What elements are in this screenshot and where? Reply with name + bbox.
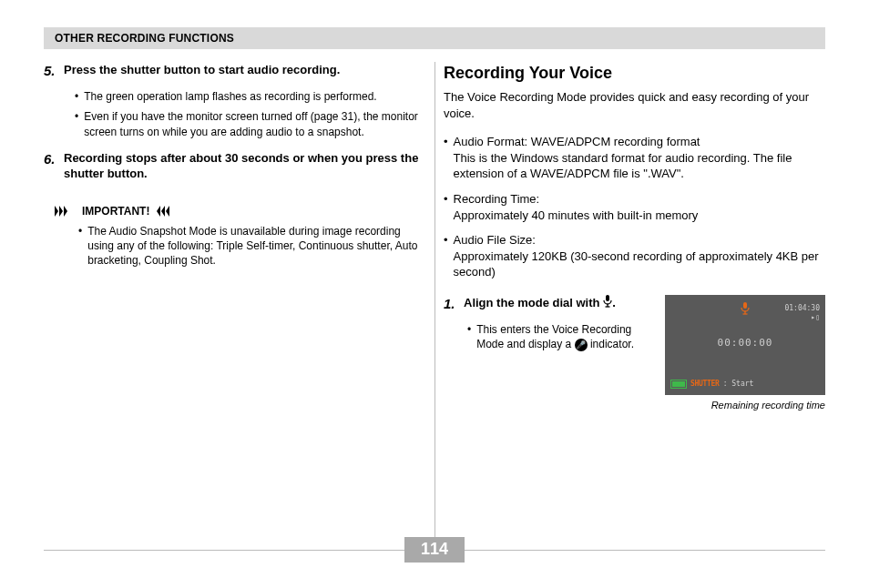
section-header: OTHER RECORDING FUNCTIONS bbox=[44, 27, 825, 49]
right-column: Recording Your Voice The Voice Recording… bbox=[444, 62, 825, 412]
list-item: The Audio Snapshot Mode is unavailable d… bbox=[78, 224, 425, 269]
elapsed-time-readout: 00:00:00 bbox=[718, 337, 773, 350]
arrows-right-icon bbox=[55, 206, 75, 217]
shutter-label: SHUTTER bbox=[690, 380, 720, 390]
svg-rect-3 bbox=[743, 302, 747, 309]
step-number: 5. bbox=[44, 62, 64, 80]
arrows-left-icon bbox=[157, 206, 177, 217]
list-item: Audio Format: WAVE/ADPCM recording forma… bbox=[444, 134, 825, 182]
battery-icon bbox=[670, 380, 687, 389]
camera-screen-preview: 01:04:30 ▸▯ 00:00:00 SHUTTER : Start bbox=[665, 295, 825, 395]
step-text: Press the shutter button to start audio … bbox=[64, 62, 340, 80]
bullet-text: This enters the Voice Recording Mode and… bbox=[476, 322, 654, 351]
list-item: The green operation lamp flashes as reco… bbox=[75, 89, 425, 104]
step-6: 6. Recording stops after about 30 second… bbox=[44, 150, 425, 182]
list-item: Audio File Size: Approximately 120KB (30… bbox=[444, 232, 825, 280]
card-icon: ▸▯ bbox=[784, 313, 820, 322]
left-column: 5. Press the shutter button to start aud… bbox=[44, 62, 425, 412]
spec-text: Recording Time: Approximately 40 minutes… bbox=[454, 191, 699, 223]
screen-preview-wrap: 01:04:30 ▸▯ 00:00:00 SHUTTER : Start Rem… bbox=[665, 295, 825, 412]
step-number: 6. bbox=[44, 150, 64, 182]
remaining-time-value: 01:04:30 bbox=[784, 304, 820, 313]
step-text-before: Align the mode dial with bbox=[464, 296, 603, 309]
step-text: Align the mode dial with . bbox=[464, 295, 616, 313]
list-item: Even if you have the monitor screen turn… bbox=[75, 109, 425, 138]
step-1-bullets: This enters the Voice Recording Mode and… bbox=[467, 322, 654, 351]
bullet-text: The green operation lamp flashes as reco… bbox=[84, 89, 377, 104]
important-heading: IMPORTANT! bbox=[55, 204, 425, 218]
step-5: 5. Press the shutter button to start aud… bbox=[44, 62, 425, 80]
screen-caption: Remaining recording time bbox=[665, 399, 825, 412]
microphone-icon bbox=[741, 302, 750, 319]
bullet-text: Even if you have the monitor screen turn… bbox=[84, 109, 425, 138]
svg-rect-0 bbox=[606, 295, 609, 301]
microphone-icon bbox=[603, 295, 612, 312]
step-number: 1. bbox=[444, 295, 464, 313]
list-item: Recording Time: Approximately 40 minutes… bbox=[444, 191, 825, 223]
start-label: : Start bbox=[723, 380, 754, 390]
spec-text: Audio Format: WAVE/ADPCM recording forma… bbox=[454, 134, 825, 182]
microphone-circle-icon: 🎤 bbox=[575, 339, 588, 351]
column-divider bbox=[434, 62, 435, 553]
important-label: IMPORTANT! bbox=[82, 204, 149, 218]
important-bullets: The Audio Snapshot Mode is unavailable d… bbox=[78, 224, 425, 269]
intro-text: The Voice Recording Mode provides quick … bbox=[444, 89, 825, 121]
step-1-block: 1. Align the mode dial with . This enter… bbox=[444, 295, 825, 412]
step-5-bullets: The green operation lamp flashes as reco… bbox=[75, 89, 425, 139]
bullet-text: The Audio Snapshot Mode is unavailable d… bbox=[87, 224, 425, 269]
page-title: Recording Your Voice bbox=[444, 62, 825, 84]
page-footer: 114 bbox=[44, 537, 825, 563]
list-item: This enters the Voice Recording Mode and… bbox=[467, 322, 654, 351]
step-text-after: . bbox=[612, 296, 616, 309]
remaining-time-readout: 01:04:30 ▸▯ bbox=[784, 304, 820, 323]
page-number: 114 bbox=[404, 537, 465, 563]
spec-list: Audio Format: WAVE/ADPCM recording forma… bbox=[444, 134, 825, 279]
bullet-after: indicator. bbox=[588, 338, 634, 350]
spec-text: Audio File Size: Approximately 120KB (30… bbox=[454, 232, 825, 280]
step-1: 1. Align the mode dial with . bbox=[444, 295, 654, 313]
step-text: Recording stops after about 30 seconds o… bbox=[64, 150, 425, 182]
